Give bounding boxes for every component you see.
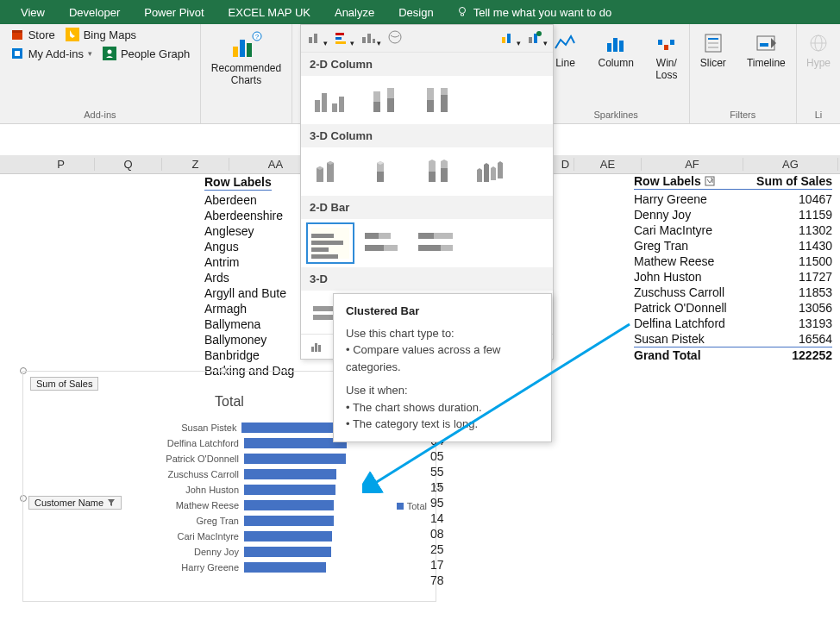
section-2d-column: 2-D Column	[301, 53, 553, 76]
timeline-button[interactable]: Timeline	[742, 28, 791, 72]
svg-rect-9	[240, 40, 245, 57]
svg-rect-40	[529, 37, 532, 43]
table-row[interactable]: Banbridge	[204, 347, 294, 363]
addins-group-content: Store Bing Maps My Add-ins ▾ People Grap…	[10, 28, 191, 60]
svg-rect-33	[335, 41, 346, 44]
table-row[interactable]: Ballymoney	[204, 332, 294, 347]
table-row[interactable]: Aberdeen	[204, 192, 294, 208]
addins-icon	[10, 47, 24, 60]
table-row[interactable]: Ballymena	[204, 316, 294, 332]
table-row[interactable]: Cari MacIntyre11302	[634, 222, 832, 238]
recommended-charts-button[interactable]: ? Recommended Charts	[206, 28, 286, 90]
svg-rect-24	[760, 43, 768, 47]
table-row[interactable]: John Huston11727	[634, 269, 832, 285]
sparkline-winloss-button[interactable]: Win/ Loss	[649, 28, 684, 85]
stacked100-bar-option[interactable]	[418, 228, 456, 259]
table-row[interactable]: Ards	[204, 270, 294, 285]
people-graph-button[interactable]: People Graph	[103, 47, 190, 60]
sparklines-group-label: Sparklines	[593, 108, 637, 122]
tab-analyze[interactable]: Analyze	[323, 2, 386, 23]
col-Z[interactable]: Z	[162, 158, 229, 171]
chart-bar: Mathew Reese	[144, 498, 368, 513]
clustered-bar-option[interactable]	[311, 228, 349, 259]
svg-rect-56	[365, 233, 379, 239]
tab-design[interactable]: Design	[386, 2, 445, 23]
tab-view[interactable]: View	[9, 2, 57, 23]
table-row[interactable]: Greg Tran11430	[634, 238, 832, 254]
svg-rect-64	[315, 343, 317, 352]
bar-chart-menu[interactable]: ▾	[333, 28, 354, 48]
chart-bar: Harry Greene	[144, 560, 368, 575]
bing-maps-button[interactable]: Bing Maps	[66, 28, 136, 41]
more-charts-icon	[310, 340, 323, 354]
my-addins-button[interactable]: My Add-ins ▾	[10, 47, 92, 60]
hierarchy-chart-menu[interactable]: ▾	[360, 28, 381, 48]
table-row[interactable]: Anglesey	[204, 223, 294, 239]
annotation-arrow	[362, 321, 638, 493]
table-row[interactable]: Angus	[204, 239, 294, 254]
svg-rect-46	[339, 97, 344, 112]
table-row[interactable]: Aberdeenshire	[204, 208, 294, 223]
map-chart-menu[interactable]	[386, 28, 404, 48]
table-row[interactable]: Patrick O'Donnell13056	[634, 300, 832, 316]
svg-rect-32	[335, 37, 342, 40]
table-row[interactable]: Argyll and Bute	[204, 285, 294, 301]
sort-icon[interactable]	[705, 176, 715, 186]
pivot-chart-menu[interactable]: ▾	[526, 28, 548, 48]
svg-rect-13	[607, 43, 611, 52]
chart-bar: Zuschuss Carroll	[144, 466, 368, 482]
sparkline-column-button[interactable]: Column	[592, 28, 638, 85]
pivot-table-regions[interactable]: Row Labels AberdeenAberdeenshireAnglesey…	[204, 174, 294, 379]
table-row[interactable]: Mathew Reese11500	[634, 254, 832, 269]
svg-rect-38	[502, 37, 505, 43]
clustered-column-option[interactable]	[311, 85, 349, 116]
combo-chart-menu[interactable]: ▾	[499, 28, 521, 48]
chart-bar: Patrick O'Donnell	[144, 451, 368, 466]
tab-powerpivot[interactable]: Power Pivot	[132, 2, 216, 23]
stacked-bar-option[interactable]	[365, 228, 403, 259]
3d-clustered-column-option[interactable]	[311, 156, 349, 187]
table-row[interactable]: Harry Greene10467	[634, 191, 832, 207]
stacked-column-option[interactable]	[365, 85, 403, 116]
svg-rect-44	[322, 93, 327, 112]
col-P[interactable]: P	[28, 158, 95, 171]
dropdown-arrow-icon: ▾	[88, 49, 92, 58]
svg-rect-29	[309, 37, 312, 43]
stacked100-column-option[interactable]	[418, 85, 456, 116]
tell-me-search[interactable]: Tell me what you want to do	[456, 6, 611, 19]
col-Q[interactable]: Q	[95, 158, 162, 171]
table-row[interactable]: Antrim	[204, 254, 294, 270]
table-row[interactable]: Delfina Latchford13193	[634, 316, 832, 331]
3d-column-option[interactable]	[472, 156, 510, 187]
pivot-table-customers[interactable]: Row Labels Sum of Sales Harry Greene1046…	[634, 174, 832, 363]
chart-legend: Total	[397, 501, 427, 511]
col-AE[interactable]: AE	[574, 158, 642, 171]
svg-rect-8	[233, 47, 238, 57]
svg-rect-63	[311, 347, 314, 352]
3d-stacked100-column-option[interactable]	[418, 156, 456, 187]
table-row[interactable]: Armagh	[204, 301, 294, 316]
table-row[interactable]: Denny Joy11159	[634, 207, 832, 222]
svg-marker-25	[771, 38, 776, 48]
section-3d-column: 3-D Column	[301, 124, 553, 147]
table-row[interactable]: Susan Pistek16564	[634, 331, 832, 347]
section-3d-bar: 3-D	[301, 267, 553, 291]
table-row[interactable]: Zuschuss Carroll11853	[634, 285, 832, 300]
customer-name-field[interactable]: Customer Name	[28, 496, 122, 510]
slicer-button[interactable]: Slicer	[695, 28, 731, 72]
sum-of-sales-field[interactable]: Sum of Sales	[30, 377, 98, 391]
tab-excelmapuk[interactable]: EXCEL MAP UK	[216, 2, 323, 23]
chart-bar: Denny Joy	[144, 544, 368, 560]
column-chart-menu[interactable]: ▾	[306, 28, 328, 48]
svg-rect-16	[658, 40, 662, 45]
col-D[interactable]: D	[557, 158, 574, 171]
3d-stacked-column-option[interactable]	[365, 156, 403, 187]
col-AG[interactable]: AG	[743, 158, 838, 171]
col-AF[interactable]: AF	[642, 158, 743, 171]
store-button[interactable]: Store	[10, 28, 55, 41]
tab-developer[interactable]: Developer	[57, 2, 132, 23]
bing-icon	[66, 28, 79, 41]
hyperlink-button: Hype	[801, 28, 836, 72]
lightbulb-icon	[456, 6, 468, 18]
chart-bar: John Huston	[144, 482, 368, 498]
